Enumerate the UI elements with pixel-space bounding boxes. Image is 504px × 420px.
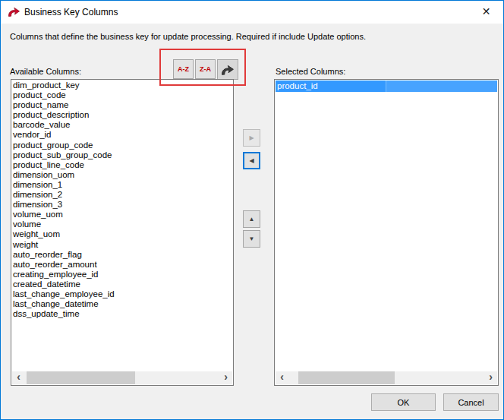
dialog-business-key-columns: Business Key Columns ✕ Columns that defi… <box>0 0 504 420</box>
list-item[interactable]: volume_uom <box>13 210 233 219</box>
list-item[interactable]: barcode_value <box>13 120 233 130</box>
list-item[interactable]: weight_uom <box>13 229 233 239</box>
selected-columns-label: Selected Columns: <box>276 67 345 76</box>
move-up-button[interactable]: ▲ <box>243 210 260 228</box>
list-item[interactable]: product_description <box>13 110 233 120</box>
move-down-button[interactable]: ▼ <box>243 230 260 248</box>
list-item[interactable]: volume <box>13 219 233 229</box>
available-columns-items: dim_product_key product_code product_nam… <box>11 80 233 319</box>
available-columns-list[interactable]: dim_product_key product_code product_nam… <box>11 79 234 386</box>
right-arrow-icon: ▶ <box>249 134 254 141</box>
close-button[interactable]: ✕ <box>469 1 503 23</box>
available-scroll-thumb[interactable] <box>27 371 135 384</box>
list-item[interactable]: dimension_3 <box>13 200 233 210</box>
list-item[interactable]: weight <box>13 240 233 250</box>
list-item[interactable]: dss_update_time <box>13 309 233 319</box>
list-item[interactable]: auto_reorder_flag <box>13 250 233 260</box>
list-item[interactable]: product_code <box>13 90 233 100</box>
selected-item-label: product_id <box>276 81 497 92</box>
selected-scroll-thumb[interactable] <box>298 371 395 384</box>
ok-button[interactable]: OK <box>371 393 436 411</box>
window-title: Business Key Columns <box>24 7 118 17</box>
cancel-button[interactable]: Cancel <box>443 393 499 411</box>
down-arrow-icon: ▼ <box>249 235 255 242</box>
title-bar: Business Key Columns ✕ <box>1 1 503 24</box>
list-item[interactable]: dimension_uom <box>13 170 233 180</box>
available-hscrollbar[interactable]: ‹ › <box>12 371 232 384</box>
move-to-available-button[interactable]: ◀ <box>243 152 260 169</box>
list-item[interactable]: last_change_employee_id <box>13 289 233 299</box>
list-item[interactable]: last_change_datetime <box>13 299 233 309</box>
list-item[interactable]: product_sub_group_code <box>13 150 233 160</box>
selected-columns-list[interactable]: product_id ‹ › <box>274 79 499 386</box>
list-item[interactable]: auto_reorder_amount <box>13 260 233 270</box>
list-item[interactable]: dimension_1 <box>13 180 233 190</box>
list-item[interactable]: product_group_code <box>13 141 233 150</box>
scroll-right-icon[interactable]: › <box>219 371 232 384</box>
list-item[interactable]: dim_product_key <box>13 81 233 90</box>
sort-az-button[interactable]: A-Z <box>173 59 194 79</box>
left-arrow-icon: ◀ <box>249 157 254 164</box>
scroll-right-icon[interactable]: › <box>484 371 497 384</box>
scroll-left-icon[interactable]: ‹ <box>12 371 25 384</box>
list-item[interactable]: product_name <box>13 100 233 110</box>
up-arrow-icon: ▲ <box>249 216 255 223</box>
dialog-description: Columns that define the business key for… <box>10 32 366 41</box>
scroll-left-icon[interactable]: ‹ <box>276 371 288 384</box>
list-item[interactable]: vendor_id <box>13 130 233 140</box>
sort-za-button[interactable]: Z-A <box>195 59 216 79</box>
list-item[interactable]: product_line_code <box>13 160 233 170</box>
available-columns-label: Available Columns: <box>10 67 81 76</box>
list-item[interactable]: creating_employee_id <box>13 270 233 279</box>
app-icon <box>8 6 20 17</box>
sort-original-order-button[interactable] <box>217 59 238 80</box>
move-to-selected-button[interactable]: ▶ <box>243 129 260 147</box>
selected-hscrollbar[interactable]: ‹ › <box>276 371 497 384</box>
close-icon: ✕ <box>482 5 491 17</box>
list-item[interactable]: created_datetime <box>13 279 233 289</box>
selected-item-product-id[interactable]: product_id <box>276 81 497 92</box>
wherescape-swoosh-icon <box>221 70 235 77</box>
list-item[interactable]: dimension_2 <box>13 190 233 200</box>
